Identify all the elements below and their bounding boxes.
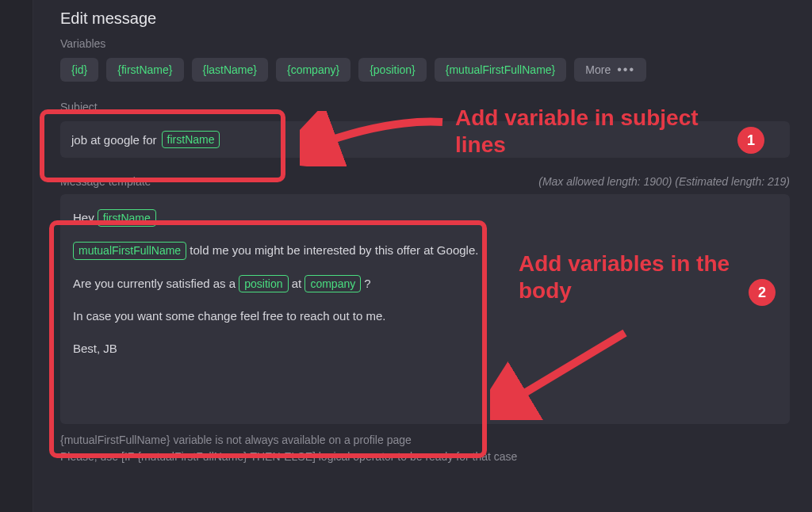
var-chip-more[interactable]: More •••	[574, 58, 646, 82]
tpl-line-mutual: mutualFirstFullName told me you might be…	[73, 241, 777, 259]
var-chip-firstname[interactable]: {firstName}	[106, 58, 183, 82]
template-body[interactable]: Hey firstName , mutualFirstFullName told…	[60, 194, 790, 424]
var-chip-lastname[interactable]: {lastName}	[192, 58, 268, 82]
max-length-text: (Max allowed length: 1900)	[538, 175, 672, 188]
var-chip-id[interactable]: {id}	[60, 58, 98, 82]
tpl-line-signoff: Best, JB	[73, 339, 777, 357]
subject-input[interactable]: job at google for firstName	[60, 121, 790, 158]
template-label: Message template	[60, 175, 151, 188]
template-header: Message template (Max allowed length: 19…	[60, 175, 790, 188]
subject-block: Subject job at google for firstName	[60, 101, 790, 158]
tpl-var-firstname[interactable]: firstName	[98, 209, 156, 227]
left-gutter	[0, 0, 33, 512]
footer-note: {mutualFirstFullName} variable is not al…	[60, 432, 790, 465]
subject-label: Subject	[60, 101, 790, 113]
variables-row: {id} {firstName} {lastName} {company} {p…	[60, 58, 790, 82]
panel-title: Edit message	[60, 10, 790, 28]
tpl-var-mutualfirstfullname[interactable]: mutualFirstFullName	[73, 242, 186, 259]
tpl-var-company[interactable]: company	[304, 275, 361, 292]
var-chip-company[interactable]: {company}	[276, 58, 350, 82]
tpl-line-change: In case you want some change feel free t…	[73, 307, 777, 325]
tpl-var-position[interactable]: position	[239, 275, 288, 292]
template-meta: (Max allowed length: 1900) (Estimated le…	[538, 175, 790, 188]
variables-label: Variables	[60, 37, 790, 50]
edit-message-panel: Edit message Variables {id} {firstName} …	[33, 0, 812, 512]
var-chip-mutualfirstfullname[interactable]: {mutualFirstFullName}	[435, 58, 567, 82]
more-label: More	[585, 63, 611, 76]
subject-text: job at google for	[71, 133, 157, 147]
subject-var-firstname[interactable]: firstName	[162, 131, 220, 148]
tpl-line-question: Are you currently satisfied as a positio…	[73, 274, 777, 292]
est-length-text: (Estimated length: 219)	[675, 175, 790, 188]
footer-line-1: {mutualFirstFullName} variable is not al…	[60, 432, 790, 449]
ellipsis-icon: •••	[617, 63, 635, 76]
footer-line-2: Please, use [IF {mutualFirstFullName} TH…	[60, 449, 790, 465]
tpl-line-greeting: Hey firstName ,	[73, 208, 777, 227]
var-chip-position[interactable]: {position}	[358, 58, 427, 82]
